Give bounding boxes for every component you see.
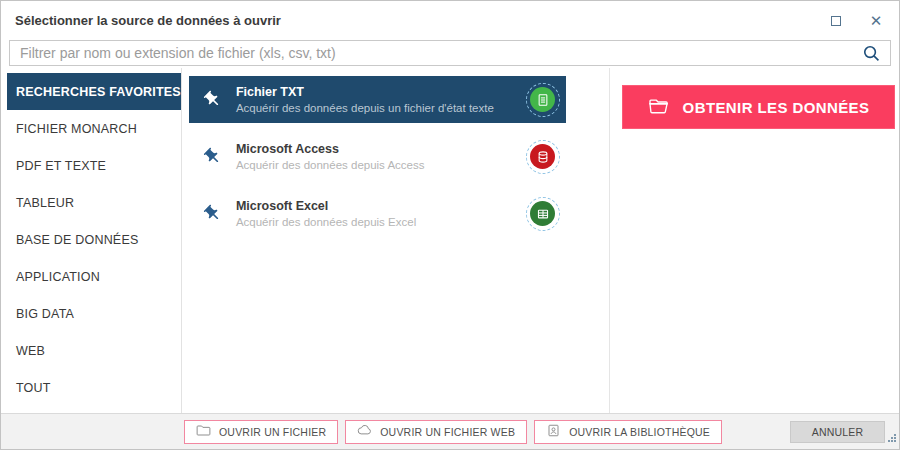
sidebar-item-tout[interactable]: TOUT <box>7 369 181 406</box>
search-input[interactable] <box>10 41 862 65</box>
maximize-icon <box>831 16 841 26</box>
source-text: Fichier TXT Acquérir des données depuis … <box>236 85 526 114</box>
data-source-dialog: Sélectionner la source de données à ouvr… <box>0 0 900 450</box>
source-subtitle: Acquérir des données depuis un fichier d… <box>236 102 526 114</box>
open-web-file-button[interactable]: OUVRIR UN FICHIER WEB <box>345 420 527 444</box>
search-icon[interactable] <box>862 44 890 63</box>
text-report-icon <box>526 83 560 117</box>
source-item-microsoft-excel[interactable]: Microsoft Excel Acquérir des données dep… <box>189 190 566 237</box>
sidebar-item-web[interactable]: WEB <box>7 332 181 369</box>
sidebar-item-pdf-et-texte[interactable]: PDF ET TEXTE <box>7 147 181 184</box>
open-library-label: OUVRIR LA BIBLIOTHÈQUE <box>569 426 710 438</box>
sidebar-item-base-de-donnees[interactable]: BASE DE DONNÉES <box>7 221 181 258</box>
pushpin-icon[interactable] <box>203 204 223 223</box>
folder-icon <box>648 97 670 118</box>
dialog-title: Sélectionner la source de données à ouvr… <box>15 13 281 28</box>
folder-icon <box>196 424 211 439</box>
sidebar-item-application[interactable]: APPLICATION <box>7 258 181 295</box>
source-list: Fichier TXT Acquérir des données depuis … <box>182 68 609 413</box>
access-database-icon <box>526 140 560 174</box>
open-file-label: OUVRIR UN FICHIER <box>219 426 326 438</box>
cancel-button[interactable]: ANNULER <box>790 421 885 443</box>
close-icon: ✕ <box>870 13 883 28</box>
source-text: Microsoft Excel Acquérir des données dep… <box>236 199 526 228</box>
titlebar: Sélectionner la source de données à ouvr… <box>1 1 899 40</box>
excel-table-icon <box>526 197 560 231</box>
sidebar-item-fichier-monarch[interactable]: FICHIER MONARCH <box>7 110 181 147</box>
sidebar-item-big-data[interactable]: BIG DATA <box>7 295 181 332</box>
pushpin-icon[interactable] <box>203 90 223 109</box>
action-panel: OBTENIR LES DONNÉES <box>609 68 899 413</box>
close-button[interactable]: ✕ <box>865 11 887 31</box>
sidebar-item-tableur[interactable]: TABLEUR <box>7 184 181 221</box>
resize-grip-icon[interactable] <box>887 429 897 447</box>
source-subtitle: Acquérir des données depuis Excel <box>236 216 526 228</box>
open-web-file-label: OUVRIR UN FICHIER WEB <box>380 426 515 438</box>
maximize-button[interactable] <box>825 11 847 31</box>
sidebar-item-recherches-favorites[interactable]: RECHERCHES FAVORITES <box>7 73 181 110</box>
search-bar <box>9 40 891 66</box>
open-file-button[interactable]: OUVRIR UN FICHIER <box>184 420 338 444</box>
footer-bar: OUVRIR UN FICHIER OUVRIR UN FICHIER WEB … <box>1 413 899 449</box>
source-item-microsoft-access[interactable]: Microsoft Access Acquérir des données de… <box>189 133 566 180</box>
source-title: Microsoft Excel <box>236 199 526 213</box>
source-subtitle: Acquérir des données depuis Access <box>236 159 526 171</box>
source-title: Fichier TXT <box>236 85 526 99</box>
library-icon <box>546 424 561 439</box>
open-library-button[interactable]: OUVRIR LA BIBLIOTHÈQUE <box>534 420 722 444</box>
source-item-fichier-txt[interactable]: Fichier TXT Acquérir des données depuis … <box>189 76 566 123</box>
source-text: Microsoft Access Acquérir des données de… <box>236 142 526 171</box>
content-area: RECHERCHES FAVORITES FICHIER MONARCH PDF… <box>1 68 899 413</box>
get-data-label: OBTENIR LES DONNÉES <box>683 99 870 116</box>
category-sidebar: RECHERCHES FAVORITES FICHIER MONARCH PDF… <box>1 68 182 413</box>
pushpin-icon[interactable] <box>203 147 223 166</box>
get-data-button[interactable]: OBTENIR LES DONNÉES <box>622 85 895 129</box>
window-controls: ✕ <box>825 11 887 31</box>
source-title: Microsoft Access <box>236 142 526 156</box>
cloud-icon <box>357 424 372 439</box>
